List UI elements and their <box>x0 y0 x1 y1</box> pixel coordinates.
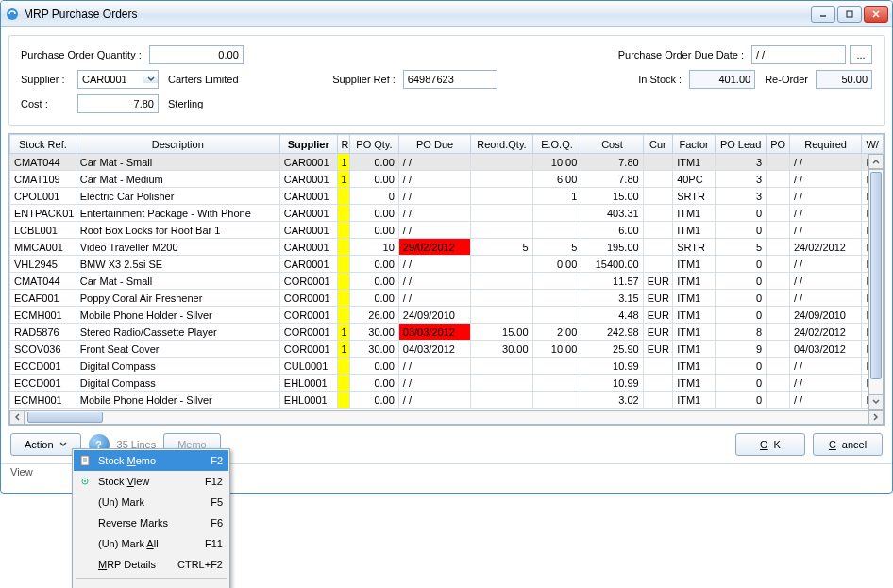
table-row[interactable]: ECCD001Digital CompassCUL00010.00/ /10.9… <box>10 358 884 375</box>
status-text: View <box>10 466 33 478</box>
col-header[interactable]: Cur <box>643 135 673 154</box>
po-due-label: Purchase Order Due Date : <box>618 49 744 60</box>
table-row[interactable]: LCBL001Roof Box Locks for Roof Bar 1CAR0… <box>10 222 884 239</box>
currency-label: Sterling <box>168 98 203 109</box>
table-row[interactable]: ECAF001Poppy Coral Air FreshenerCOR00010… <box>10 290 884 307</box>
form-panel: Purchase Order Quantity : 0.00 Purchase … <box>8 35 885 126</box>
note-icon <box>77 453 93 468</box>
date-picker-button[interactable]: ... <box>850 45 872 64</box>
col-header[interactable]: R <box>337 135 350 154</box>
maximize-button[interactable] <box>837 6 862 23</box>
table-row[interactable]: CMAT044Car Mat - SmallCOR00010.00/ /11.5… <box>10 273 884 290</box>
app-window: MRP Purchase Orders Purchase Order Quant… <box>0 0 893 494</box>
col-header[interactable]: Factor <box>673 135 716 154</box>
table-row[interactable]: ECCD001Digital CompassEHL00010.00/ /10.9… <box>10 375 884 392</box>
chevron-down-icon <box>143 76 158 83</box>
in-stock-label: In Stock : <box>638 74 682 85</box>
app-icon <box>5 7 20 22</box>
close-button[interactable] <box>864 6 888 23</box>
scroll-left-icon[interactable] <box>9 410 25 425</box>
supplier-name: Carters Limited <box>168 74 239 85</box>
col-header[interactable]: PO Qty. <box>350 135 399 154</box>
table-row[interactable]: ENTPACK01Entertainment Package - With Ph… <box>10 205 884 222</box>
minimize-button[interactable] <box>811 6 835 23</box>
col-header[interactable]: PO Due <box>398 135 471 154</box>
reorder-value: 50.00 <box>816 70 872 89</box>
eye-icon <box>77 474 93 489</box>
table-row[interactable]: CMAT044Car Mat - SmallCAR000110.00/ /10.… <box>10 154 884 171</box>
cost-label: Cost : <box>21 98 70 109</box>
menu-item[interactable]: (Un) MarkF5 <box>74 492 228 494</box>
po-due-input[interactable]: / / <box>751 45 846 64</box>
scroll-thumb[interactable] <box>870 172 882 379</box>
chevron-down-icon <box>59 441 67 448</box>
table-row[interactable]: ECMH001Mobile Phone Holder - SilverEHL00… <box>10 392 884 409</box>
col-header[interactable]: PO <box>767 135 790 154</box>
window-title: MRP Purchase Orders <box>24 8 809 21</box>
col-header[interactable]: Required <box>789 135 862 154</box>
table-row[interactable]: SCOV036Front Seat CoverCOR0001130.0004/0… <box>10 341 884 358</box>
action-button[interactable]: Action <box>10 433 81 456</box>
col-header[interactable]: Supplier <box>279 135 337 154</box>
svg-point-9 <box>84 480 86 482</box>
po-qty-input[interactable]: 0.00 <box>149 45 244 64</box>
reorder-label: Re-Order <box>765 74 808 85</box>
po-qty-label: Purchase Order Quantity : <box>21 49 142 60</box>
menu-item[interactable]: Stock MemoF2 <box>74 450 228 471</box>
scroll-right-icon[interactable] <box>868 410 884 425</box>
scroll-down-icon[interactable] <box>868 395 884 410</box>
svg-point-0 <box>7 8 18 20</box>
titlebar[interactable]: MRP Purchase Orders <box>1 1 892 27</box>
col-header[interactable]: Stock Ref. <box>10 135 76 154</box>
grid[interactable]: Stock Ref.DescriptionSupplierRPO Qty.PO … <box>8 133 885 426</box>
svg-rect-2 <box>847 11 852 17</box>
menu-item[interactable]: Stock ViewF12 <box>74 471 228 492</box>
col-header[interactable]: E.O.Q. <box>532 135 581 154</box>
scroll-thumb-h[interactable] <box>27 412 103 423</box>
table-row[interactable]: MMCA001Video Traveller M200CAR00011029/0… <box>10 239 884 256</box>
table-row[interactable]: VHL2945BMW X3 2.5si SECAR00010.00/ /0.00… <box>10 256 884 273</box>
in-stock-value: 401.00 <box>689 70 755 89</box>
table-row[interactable]: CMAT109Car Mat - MediumCAR000110.00/ /6.… <box>10 171 884 188</box>
col-header[interactable]: W/ <box>862 135 884 154</box>
scroll-up-icon[interactable] <box>868 154 884 169</box>
table-row[interactable]: CPOL001Electric Car PolisherCAR00010/ /1… <box>10 188 884 205</box>
table-row[interactable]: RAD5876Stereo Radio/Cassette PlayerCOR00… <box>10 324 884 341</box>
col-header[interactable]: Cost <box>581 135 643 154</box>
col-header[interactable]: PO Lead <box>716 135 767 154</box>
grid-header[interactable]: Stock Ref.DescriptionSupplierRPO Qty.PO … <box>10 135 884 154</box>
table-row[interactable]: ECMH001Mobile Phone Holder - SilverCOR00… <box>10 307 884 324</box>
ok-button[interactable]: OK <box>735 433 805 456</box>
col-header[interactable]: Description <box>76 135 279 154</box>
cost-input[interactable]: 7.80 <box>77 94 159 113</box>
horizontal-scrollbar[interactable] <box>9 410 884 425</box>
action-menu[interactable]: Stock MemoF2Stock ViewF12(Un) MarkF5Reve… <box>72 448 230 494</box>
supplier-combo[interactable]: CAR0001 <box>77 70 159 89</box>
supplier-ref-input[interactable]: 64987623 <box>403 70 497 89</box>
cancel-button[interactable]: Cancel <box>813 433 883 456</box>
supplier-label: Supplier : <box>21 74 70 85</box>
vertical-scrollbar[interactable] <box>868 154 884 410</box>
col-header[interactable]: Reord.Qty. <box>471 135 532 154</box>
supplier-ref-label: Supplier Ref : <box>332 74 396 85</box>
